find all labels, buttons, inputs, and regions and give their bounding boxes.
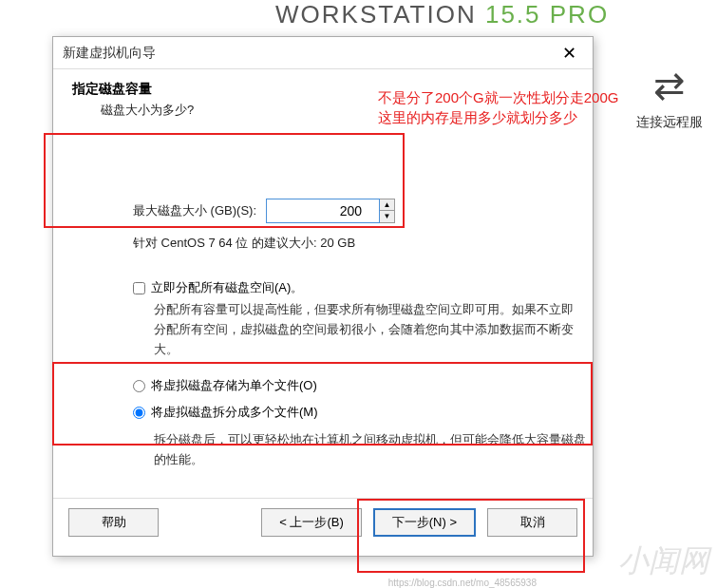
connect-remote-label[interactable]: 连接远程服 — [622, 114, 717, 131]
allocate-now-checkbox[interactable]: 立即分配所有磁盘空间(A)。 — [133, 279, 579, 296]
max-disk-label: 最大磁盘大小 (GB)(S): — [133, 202, 256, 219]
radio-single-file[interactable]: 将虚拟磁盘存储为单个文件(O) — [133, 377, 587, 394]
spinner-up-icon[interactable]: ▲ — [380, 199, 394, 211]
allocate-now-input[interactable] — [133, 282, 145, 294]
disk-size-section: 最大磁盘大小 (GB)(S): ▲ ▼ 针对 CentOS 7 64 位 的建议… — [133, 199, 589, 252]
radio-multi-input[interactable] — [133, 407, 145, 419]
annotation-text: 不是分了200个G就一次性划分走200G 这里的内存是用多少就划分多少 — [378, 87, 618, 127]
radio-single-input[interactable] — [133, 380, 145, 392]
back-button[interactable]: < 上一步(B) — [261, 508, 362, 537]
radio-multi-label: 将虚拟磁盘拆分成多个文件(M) — [151, 404, 318, 421]
recommended-size: 针对 CentOS 7 64 位 的建议大小: 20 GB — [133, 235, 589, 252]
allocate-section: 立即分配所有磁盘空间(A)。 分配所有容量可以提高性能，但要求所有物理磁盘空间立… — [133, 279, 579, 359]
swap-icon: ⇄ — [622, 66, 717, 104]
cancel-button[interactable]: 取消 — [487, 508, 577, 537]
radio-single-label: 将虚拟磁盘存储为单个文件(O) — [151, 377, 317, 394]
disk-file-radios: 将虚拟磁盘存储为单个文件(O) 将虚拟磁盘拆分成多个文件(M) 拆分磁盘后，可以… — [133, 377, 587, 470]
bg-title: WORKSTATION 15.5 PRO — [275, 0, 609, 29]
titlebar: 新建虚拟机向导 ✕ — [53, 37, 593, 69]
bg-side: ⇄ 连接远程服 — [622, 66, 717, 131]
allocate-now-label: 立即分配所有磁盘空间(A)。 — [151, 279, 303, 296]
button-bar: 帮助 < 上一步(B) 下一步(N) > 取消 — [53, 498, 593, 546]
radio-multi-file[interactable]: 将虚拟磁盘拆分成多个文件(M) — [133, 404, 587, 421]
spinner-down-icon[interactable]: ▼ — [380, 211, 394, 222]
allocate-desc: 分配所有容量可以提高性能，但要求所有物理磁盘空间立即可用。如果不立即分配所有空间… — [154, 300, 579, 359]
multi-file-desc: 拆分磁盘后，可以更轻松地在计算机之间移动虚拟机，但可能会降低大容量磁盘的性能。 — [154, 430, 587, 470]
disk-size-spinner[interactable]: ▲ ▼ — [380, 199, 395, 223]
next-button[interactable]: 下一步(N) > — [373, 508, 476, 537]
watermark: 小闻网 — [618, 541, 709, 582]
max-disk-input[interactable] — [266, 199, 380, 223]
close-icon[interactable]: ✕ — [555, 43, 583, 64]
help-button[interactable]: 帮助 — [68, 508, 159, 537]
source-url: https://blog.csdn.net/mo_48565938 — [388, 578, 537, 588]
dialog-title: 新建虚拟机向导 — [63, 45, 156, 62]
